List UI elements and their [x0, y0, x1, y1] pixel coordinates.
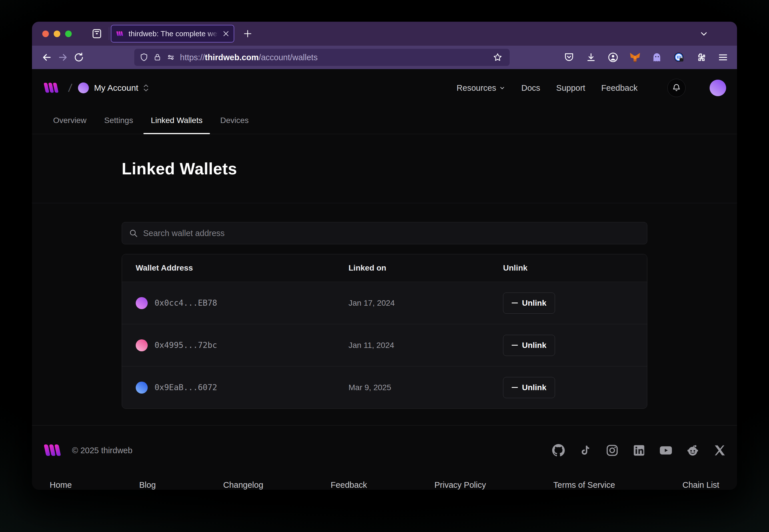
tab-separator — [109, 27, 109, 40]
new-tab-button[interactable] — [240, 26, 255, 41]
bookmark-star-icon[interactable] — [491, 51, 504, 64]
main-section: Wallet Address Linked on Unlink 0x0cc4..… — [32, 203, 737, 425]
table-header: Wallet Address Linked on Unlink — [122, 254, 647, 282]
lock-icon[interactable] — [153, 53, 162, 62]
download-icon[interactable] — [584, 50, 598, 65]
unlink-button[interactable]: Unlink — [503, 377, 555, 398]
breadcrumb-slash: / — [68, 81, 72, 94]
footer-link-changelog[interactable]: Changelog — [223, 480, 263, 490]
linked-date: Mar 9, 2025 — [349, 383, 503, 392]
account-switcher-icon[interactable] — [142, 84, 150, 92]
youtube-icon[interactable] — [659, 444, 673, 457]
col-wallet-address: Wallet Address — [122, 263, 349, 273]
close-tab-icon[interactable] — [222, 30, 230, 37]
search-input[interactable] — [143, 229, 640, 238]
thirdweb-logo[interactable] — [43, 82, 62, 94]
social-links — [552, 444, 726, 457]
chevron-down-icon — [499, 85, 505, 91]
reddit-icon[interactable] — [686, 444, 699, 457]
tab-overflow-chevron-icon[interactable] — [696, 26, 712, 42]
col-linked-on: Linked on — [349, 263, 503, 273]
wallet-address: 0x4995...72bc — [154, 340, 217, 350]
permissions-icon[interactable] — [166, 53, 175, 62]
minus-icon — [512, 303, 518, 303]
site-content: / My Account Resources Docs Support Feed… — [32, 69, 737, 490]
wallet-avatar — [136, 297, 148, 309]
user-avatar[interactable] — [710, 80, 726, 96]
account-icon[interactable] — [606, 50, 620, 65]
copyright: © 2025 thirdweb — [72, 446, 132, 455]
linkedin-icon[interactable] — [633, 444, 646, 457]
account-avatar — [78, 82, 89, 93]
title-section: Linked Wallets — [32, 134, 737, 203]
metamask-icon[interactable] — [628, 50, 642, 65]
nav-support[interactable]: Support — [556, 83, 585, 93]
linked-date: Jan 11, 2024 — [349, 341, 503, 350]
back-icon[interactable] — [39, 49, 55, 65]
minus-icon — [512, 345, 518, 346]
zoom-window-button[interactable] — [65, 31, 72, 37]
close-window-button[interactable] — [42, 31, 49, 37]
table-row: 0x9EaB...6072 Mar 9, 2025 Unlink — [122, 366, 647, 408]
wallet-avatar — [136, 339, 148, 351]
tiktok-icon[interactable] — [579, 444, 592, 457]
browser-tab-active[interactable]: thirdweb: The complete web3 d — [111, 25, 234, 43]
toolbar-extensions — [562, 50, 730, 65]
wallets-table: Wallet Address Linked on Unlink 0x0cc4..… — [122, 254, 647, 409]
phantom-wallet-icon[interactable] — [650, 50, 664, 65]
search-icon — [129, 229, 138, 238]
nav-resources[interactable]: Resources — [456, 83, 505, 93]
browser-tab-bar: thirdweb: The complete web3 d — [32, 22, 737, 46]
unlink-button[interactable]: Unlink — [503, 335, 555, 356]
notifications-button[interactable] — [667, 79, 686, 97]
nav-docs[interactable]: Docs — [521, 83, 540, 93]
tab-overview[interactable]: Overview — [46, 107, 94, 134]
footer-link-privacy-policy[interactable]: Privacy Policy — [434, 480, 486, 490]
wallet-address: 0x9EaB...6072 — [154, 383, 217, 392]
thirdweb-footer-logo — [43, 444, 65, 457]
footer-link-chain-list[interactable]: Chain List — [683, 480, 719, 490]
forward-icon[interactable] — [55, 49, 71, 65]
wallet-search[interactable] — [122, 222, 647, 244]
linked-date: Jan 17, 2024 — [349, 299, 503, 308]
password-manager-icon[interactable] — [672, 50, 686, 65]
nav-feedback[interactable]: Feedback — [601, 83, 638, 93]
browser-toolbar: https://thirdweb.com/account/wallets — [32, 46, 737, 69]
page-title: Linked Wallets — [122, 159, 647, 178]
tab-title: thirdweb: The complete web3 d — [128, 29, 218, 38]
site-nav: Resources Docs Support Feedback — [456, 79, 726, 97]
footer-link-feedback[interactable]: Feedback — [331, 480, 367, 490]
wallet-avatar — [136, 382, 148, 394]
url-bar[interactable]: https://thirdweb.com/account/wallets — [134, 49, 510, 66]
thirdweb-favicon — [116, 30, 124, 37]
col-unlink: Unlink — [503, 263, 647, 273]
github-icon[interactable] — [552, 444, 565, 457]
account-tabs: Overview Settings Linked Wallets Devices — [32, 107, 737, 134]
reload-icon[interactable] — [71, 49, 87, 65]
sidebar-toggle-icon[interactable] — [89, 26, 105, 42]
account-name: My Account — [94, 83, 138, 93]
url-text: https://thirdweb.com/account/wallets — [180, 53, 486, 62]
traffic-lights — [42, 31, 72, 37]
browser-window: thirdweb: The complete web3 d https://th — [32, 22, 737, 490]
footer-links: Home Blog Changelog Feedback Privacy Pol… — [43, 480, 726, 490]
instagram-icon[interactable] — [606, 444, 619, 457]
bell-icon — [672, 83, 681, 92]
extensions-puzzle-icon[interactable] — [694, 50, 708, 65]
site-header: / My Account Resources Docs Support Feed… — [32, 69, 737, 107]
shield-icon[interactable] — [139, 53, 148, 62]
minus-icon — [512, 387, 518, 388]
table-row: 0x0cc4...EB78 Jan 17, 2024 Unlink — [122, 282, 647, 324]
minimize-window-button[interactable] — [54, 31, 60, 37]
pocket-icon[interactable] — [562, 50, 576, 65]
footer-link-blog[interactable]: Blog — [139, 480, 156, 490]
menu-hamburger-icon[interactable] — [716, 50, 730, 65]
tab-settings[interactable]: Settings — [97, 107, 140, 134]
footer-link-terms-of-service[interactable]: Terms of Service — [553, 480, 615, 490]
wallet-address: 0x0cc4...EB78 — [154, 298, 217, 308]
tab-devices[interactable]: Devices — [213, 107, 256, 134]
x-icon[interactable] — [713, 444, 726, 457]
tab-linked-wallets[interactable]: Linked Wallets — [143, 107, 210, 134]
unlink-button[interactable]: Unlink — [503, 293, 555, 314]
footer-link-home[interactable]: Home — [50, 480, 72, 490]
